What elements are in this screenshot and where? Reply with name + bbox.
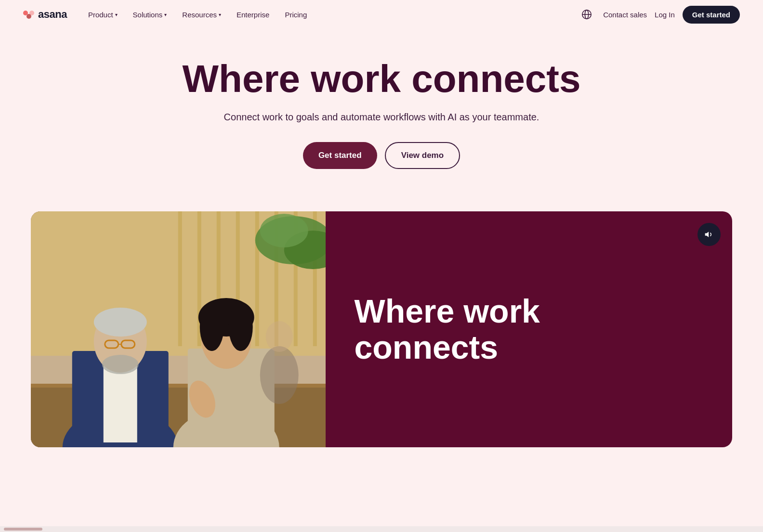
svg-point-31 [229, 303, 253, 351]
nav-left: asana Product ▾ Solutions ▾ Resources ▾ [23, 7, 313, 23]
mute-button[interactable] [697, 223, 721, 246]
bottom-scrollbar[interactable] [0, 526, 763, 532]
globe-icon [581, 9, 592, 20]
login-link[interactable]: Log In [655, 11, 675, 19]
svg-point-25 [102, 355, 139, 374]
nav-item-pricing[interactable]: Pricing [279, 7, 313, 23]
video-photo-svg [31, 211, 326, 447]
nav-label-product: Product [88, 11, 113, 19]
logo-icon [23, 11, 34, 19]
nav-label-resources: Resources [182, 11, 217, 19]
nav-item-enterprise[interactable]: Enterprise [231, 7, 275, 23]
nav-label-pricing: Pricing [285, 11, 307, 19]
svg-point-33 [260, 346, 299, 404]
logo-text: asana [38, 8, 67, 21]
svg-point-30 [200, 303, 224, 351]
logo-link[interactable]: asana [23, 8, 67, 21]
nav-right: Contact sales Log In Get started [578, 6, 740, 24]
nav-item-solutions[interactable]: Solutions ▾ [127, 7, 173, 23]
hero-title: Where work connects [23, 58, 740, 100]
scrollbar-thumb [4, 528, 42, 531]
svg-rect-4 [178, 211, 182, 346]
globe-button[interactable] [578, 6, 595, 23]
hero-section: Where work connects Connect work to goal… [0, 29, 763, 211]
hero-get-started-button[interactable]: Get started [303, 142, 377, 169]
video-tagline-line1: Where work [355, 293, 540, 329]
svg-point-21 [94, 308, 147, 337]
video-image [31, 211, 326, 447]
nav-label-solutions: Solutions [133, 11, 163, 19]
chevron-down-icon: ▾ [164, 12, 167, 17]
volume-icon [704, 230, 714, 239]
nav-label-enterprise: Enterprise [237, 11, 269, 19]
video-section: Where work connects [31, 211, 732, 447]
contact-sales-link[interactable]: Contact sales [603, 11, 647, 19]
navbar: asana Product ▾ Solutions ▾ Resources ▾ [0, 0, 763, 29]
nav-item-resources[interactable]: Resources ▾ [176, 7, 227, 23]
video-tagline: Where work connects [355, 293, 540, 365]
chevron-down-icon: ▾ [219, 12, 221, 17]
hero-buttons: Get started View demo [23, 142, 740, 169]
hero-view-demo-button[interactable]: View demo [385, 142, 460, 169]
nav-item-product[interactable]: Product ▾ [82, 7, 123, 23]
svg-point-14 [260, 214, 308, 247]
hero-subtitle: Connect work to goals and automate workf… [23, 112, 740, 123]
nav-links: Product ▾ Solutions ▾ Resources ▾ Enterp… [82, 7, 313, 23]
svg-point-34 [266, 321, 293, 352]
video-tagline-line2: connects [355, 329, 499, 365]
video-text-side: Where work connects [326, 211, 732, 447]
chevron-down-icon: ▾ [115, 12, 118, 17]
get-started-nav-button[interactable]: Get started [683, 6, 740, 24]
logo-dot-3 [26, 14, 31, 19]
